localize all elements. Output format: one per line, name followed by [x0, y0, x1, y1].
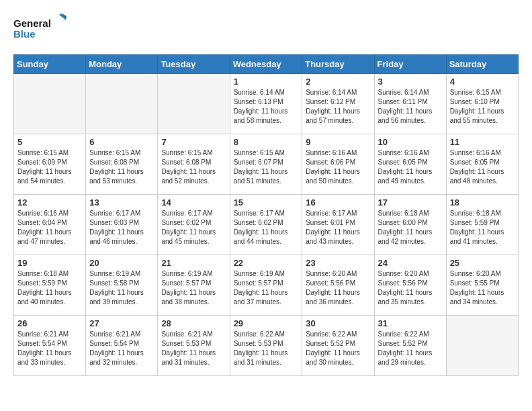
day-number: 20	[89, 258, 154, 268]
day-number: 11	[450, 137, 515, 147]
calendar-cell: 25Sunrise: 6:20 AM Sunset: 5:55 PM Dayli…	[446, 255, 518, 316]
calendar-cell: 15Sunrise: 6:17 AM Sunset: 6:02 PM Dayli…	[230, 195, 302, 255]
cell-info: Sunrise: 6:19 AM Sunset: 5:57 PM Dayligh…	[234, 269, 299, 307]
calendar-body: 1Sunrise: 6:14 AM Sunset: 6:13 PM Daylig…	[14, 74, 519, 376]
calendar-cell: 4Sunrise: 6:15 AM Sunset: 6:10 PM Daylig…	[446, 74, 518, 134]
day-number: 26	[17, 318, 82, 328]
calendar-week-row: 12Sunrise: 6:16 AM Sunset: 6:04 PM Dayli…	[14, 195, 519, 255]
calendar-cell	[158, 74, 230, 134]
day-number: 5	[17, 137, 82, 147]
cell-info: Sunrise: 6:19 AM Sunset: 5:58 PM Dayligh…	[89, 269, 154, 307]
day-number: 23	[306, 258, 370, 268]
weekday-header-cell: Wednesday	[230, 55, 302, 74]
day-number: 17	[378, 197, 443, 208]
calendar-table: SundayMondayTuesdayWednesdayThursdayFrid…	[13, 54, 519, 376]
calendar-cell: 5Sunrise: 6:15 AM Sunset: 6:09 PM Daylig…	[14, 134, 86, 195]
cell-info: Sunrise: 6:20 AM Sunset: 5:55 PM Dayligh…	[450, 269, 515, 307]
calendar-cell: 3Sunrise: 6:14 AM Sunset: 6:11 PM Daylig…	[374, 74, 446, 134]
calendar-cell: 30Sunrise: 6:22 AM Sunset: 5:52 PM Dayli…	[302, 316, 374, 376]
day-number: 22	[234, 258, 299, 268]
cell-info: Sunrise: 6:22 AM Sunset: 5:52 PM Dayligh…	[378, 330, 443, 367]
day-number: 25	[450, 258, 515, 268]
calendar-cell: 23Sunrise: 6:20 AM Sunset: 5:56 PM Dayli…	[302, 255, 374, 316]
cell-info: Sunrise: 6:21 AM Sunset: 5:53 PM Dayligh…	[161, 330, 226, 367]
weekday-header-cell: Sunday	[14, 55, 86, 74]
calendar-cell: 11Sunrise: 6:16 AM Sunset: 6:05 PM Dayli…	[446, 134, 518, 195]
day-number: 6	[89, 137, 154, 147]
calendar-cell	[14, 74, 86, 134]
cell-info: Sunrise: 6:21 AM Sunset: 5:54 PM Dayligh…	[89, 330, 154, 367]
calendar-week-row: 1Sunrise: 6:14 AM Sunset: 6:13 PM Daylig…	[14, 74, 519, 134]
calendar-cell: 20Sunrise: 6:19 AM Sunset: 5:58 PM Dayli…	[86, 255, 158, 316]
cell-info: Sunrise: 6:15 AM Sunset: 6:09 PM Dayligh…	[17, 148, 82, 186]
cell-info: Sunrise: 6:20 AM Sunset: 5:56 PM Dayligh…	[378, 269, 443, 307]
calendar-cell: 26Sunrise: 6:21 AM Sunset: 5:54 PM Dayli…	[14, 316, 86, 376]
day-number: 3	[378, 77, 443, 87]
calendar-cell: 13Sunrise: 6:17 AM Sunset: 6:03 PM Dayli…	[86, 195, 158, 255]
page-header: General Blue	[13, 13, 519, 44]
cell-info: Sunrise: 6:18 AM Sunset: 6:00 PM Dayligh…	[378, 209, 443, 246]
weekday-header-row: SundayMondayTuesdayWednesdayThursdayFrid…	[14, 55, 519, 74]
cell-info: Sunrise: 6:21 AM Sunset: 5:54 PM Dayligh…	[17, 330, 82, 367]
cell-info: Sunrise: 6:15 AM Sunset: 6:10 PM Dayligh…	[450, 88, 515, 126]
day-number: 16	[306, 197, 370, 208]
cell-info: Sunrise: 6:18 AM Sunset: 5:59 PM Dayligh…	[450, 209, 515, 246]
cell-info: Sunrise: 6:17 AM Sunset: 6:01 PM Dayligh…	[306, 209, 370, 246]
calendar-cell: 29Sunrise: 6:22 AM Sunset: 5:53 PM Dayli…	[230, 316, 302, 376]
calendar-cell: 9Sunrise: 6:16 AM Sunset: 6:06 PM Daylig…	[302, 134, 374, 195]
calendar-cell: 14Sunrise: 6:17 AM Sunset: 6:02 PM Dayli…	[158, 195, 230, 255]
calendar-cell: 2Sunrise: 6:14 AM Sunset: 6:12 PM Daylig…	[302, 74, 374, 134]
cell-info: Sunrise: 6:16 AM Sunset: 6:05 PM Dayligh…	[378, 148, 443, 186]
svg-text:General: General	[13, 17, 51, 29]
cell-info: Sunrise: 6:16 AM Sunset: 6:06 PM Dayligh…	[306, 148, 370, 186]
calendar-cell: 21Sunrise: 6:19 AM Sunset: 5:57 PM Dayli…	[158, 255, 230, 316]
calendar-cell: 8Sunrise: 6:15 AM Sunset: 6:07 PM Daylig…	[230, 134, 302, 195]
cell-info: Sunrise: 6:19 AM Sunset: 5:57 PM Dayligh…	[161, 269, 226, 307]
calendar-week-row: 19Sunrise: 6:18 AM Sunset: 5:59 PM Dayli…	[14, 255, 519, 316]
cell-info: Sunrise: 6:15 AM Sunset: 6:08 PM Dayligh…	[161, 148, 226, 186]
calendar-cell: 7Sunrise: 6:15 AM Sunset: 6:08 PM Daylig…	[158, 134, 230, 195]
calendar-cell: 16Sunrise: 6:17 AM Sunset: 6:01 PM Dayli…	[302, 195, 374, 255]
cell-info: Sunrise: 6:18 AM Sunset: 5:59 PM Dayligh…	[17, 269, 82, 307]
day-number: 19	[17, 258, 82, 268]
cell-info: Sunrise: 6:14 AM Sunset: 6:11 PM Dayligh…	[378, 88, 443, 126]
day-number: 2	[306, 77, 370, 87]
svg-text:Blue: Blue	[13, 28, 36, 40]
day-number: 27	[89, 318, 154, 328]
cell-info: Sunrise: 6:16 AM Sunset: 6:05 PM Dayligh…	[450, 148, 515, 186]
calendar-cell: 18Sunrise: 6:18 AM Sunset: 5:59 PM Dayli…	[446, 195, 518, 255]
day-number: 7	[161, 137, 226, 147]
day-number: 1	[234, 77, 299, 87]
cell-info: Sunrise: 6:15 AM Sunset: 6:08 PM Dayligh…	[89, 148, 154, 186]
calendar-cell: 19Sunrise: 6:18 AM Sunset: 5:59 PM Dayli…	[14, 255, 86, 316]
calendar-cell: 24Sunrise: 6:20 AM Sunset: 5:56 PM Dayli…	[374, 255, 446, 316]
cell-info: Sunrise: 6:15 AM Sunset: 6:07 PM Dayligh…	[234, 148, 299, 186]
cell-info: Sunrise: 6:17 AM Sunset: 6:03 PM Dayligh…	[89, 209, 154, 246]
logo: General Blue	[13, 13, 67, 44]
calendar-week-row: 5Sunrise: 6:15 AM Sunset: 6:09 PM Daylig…	[14, 134, 519, 195]
calendar-cell	[446, 316, 518, 376]
day-number: 15	[234, 197, 299, 208]
logo-icon: General Blue	[13, 13, 67, 44]
day-number: 14	[161, 197, 226, 208]
calendar-cell: 1Sunrise: 6:14 AM Sunset: 6:13 PM Daylig…	[230, 74, 302, 134]
day-number: 29	[234, 318, 299, 328]
day-number: 31	[378, 318, 443, 328]
cell-info: Sunrise: 6:17 AM Sunset: 6:02 PM Dayligh…	[161, 209, 226, 246]
calendar-week-row: 26Sunrise: 6:21 AM Sunset: 5:54 PM Dayli…	[14, 316, 519, 376]
day-number: 10	[378, 137, 443, 147]
weekday-header-cell: Tuesday	[158, 55, 230, 74]
calendar-cell: 10Sunrise: 6:16 AM Sunset: 6:05 PM Dayli…	[374, 134, 446, 195]
weekday-header-cell: Friday	[374, 55, 446, 74]
calendar-cell: 12Sunrise: 6:16 AM Sunset: 6:04 PM Dayli…	[14, 195, 86, 255]
weekday-header-cell: Saturday	[446, 55, 518, 74]
weekday-header-cell: Monday	[86, 55, 158, 74]
calendar-cell: 31Sunrise: 6:22 AM Sunset: 5:52 PM Dayli…	[374, 316, 446, 376]
day-number: 21	[161, 258, 226, 268]
cell-info: Sunrise: 6:17 AM Sunset: 6:02 PM Dayligh…	[234, 209, 299, 246]
day-number: 28	[161, 318, 226, 328]
cell-info: Sunrise: 6:20 AM Sunset: 5:56 PM Dayligh…	[306, 269, 370, 307]
calendar-cell: 6Sunrise: 6:15 AM Sunset: 6:08 PM Daylig…	[86, 134, 158, 195]
calendar-cell	[86, 74, 158, 134]
cell-info: Sunrise: 6:16 AM Sunset: 6:04 PM Dayligh…	[17, 209, 82, 246]
